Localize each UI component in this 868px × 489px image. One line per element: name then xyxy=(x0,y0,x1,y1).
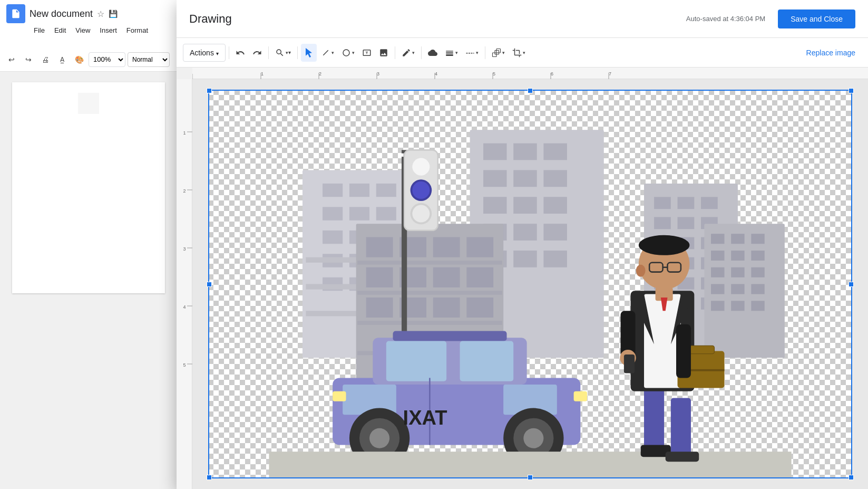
toolbar-separator-5 xyxy=(421,46,422,59)
svg-rect-107 xyxy=(433,267,460,287)
svg-rect-63 xyxy=(513,251,537,267)
svg-rect-143 xyxy=(269,452,791,478)
docs-toolbar: ↩ ↪ 🖨 A̲ 🎨 100% Normal xyxy=(0,47,177,72)
svg-rect-93 xyxy=(751,267,764,277)
drawing-canvas[interactable]: IXAT xyxy=(192,79,868,489)
line-tool-button[interactable]: ▾ xyxy=(318,44,337,62)
svg-rect-86 xyxy=(731,234,744,244)
svg-rect-112 xyxy=(466,298,493,318)
save-and-close-button[interactable]: Save and Close xyxy=(778,9,855,28)
shape-tool-button[interactable]: ▾ xyxy=(338,44,358,62)
svg-point-125 xyxy=(412,205,430,223)
border-dash-button[interactable]: ▾ xyxy=(462,44,482,62)
svg-rect-2 xyxy=(492,53,496,57)
svg-text:1: 1 xyxy=(183,130,186,136)
svg-rect-51 xyxy=(513,143,537,160)
svg-text:6: 6 xyxy=(551,71,553,76)
svg-rect-115 xyxy=(357,321,502,325)
save-to-drive-icon[interactable]: 💾 xyxy=(109,9,118,18)
svg-text:4: 4 xyxy=(183,304,186,310)
drawing-dialog: Drawing Auto-saved at 4:36:04 PM Save an… xyxy=(177,0,868,489)
svg-point-123 xyxy=(412,181,430,199)
svg-rect-61 xyxy=(543,224,567,241)
svg-rect-147 xyxy=(666,452,699,462)
toolbar-undo-btn[interactable]: ↩ xyxy=(4,52,19,67)
svg-rect-88 xyxy=(711,251,724,261)
svg-text:5: 5 xyxy=(183,362,186,368)
svg-rect-114 xyxy=(357,291,502,295)
zoom-chevron-icon: ▾ xyxy=(286,50,291,55)
docs-header: New document ☆ 💾 File Edit View Insert F… xyxy=(0,0,177,47)
svg-text:5: 5 xyxy=(493,71,495,76)
svg-rect-37 xyxy=(323,231,343,244)
svg-text:2: 2 xyxy=(183,188,186,194)
dialog-header: Drawing Auto-saved at 4:36:04 PM Save an… xyxy=(177,0,868,38)
line-chevron-icon: ▾ xyxy=(331,50,334,55)
svg-rect-50 xyxy=(483,143,506,160)
menu-format[interactable]: Format xyxy=(122,25,152,35)
crop-chevron-icon: ▾ xyxy=(523,50,525,55)
menu-file[interactable]: File xyxy=(30,25,49,35)
zoom-button[interactable]: ▾ xyxy=(272,44,294,62)
svg-rect-141 xyxy=(333,391,346,401)
svg-rect-97 xyxy=(711,301,724,311)
zoom-select[interactable]: 100% xyxy=(89,52,125,67)
svg-point-121 xyxy=(412,158,430,176)
dialog-title: Drawing xyxy=(189,12,686,26)
svg-rect-57 xyxy=(513,197,537,214)
svg-rect-129 xyxy=(386,341,446,381)
textbox-tool-button[interactable] xyxy=(359,44,375,62)
undo-button[interactable] xyxy=(232,44,248,62)
svg-rect-53 xyxy=(483,170,506,187)
image-tool-button[interactable] xyxy=(376,44,392,62)
crop-button[interactable]: ▾ xyxy=(509,44,529,62)
svg-rect-36 xyxy=(376,207,396,220)
menu-insert[interactable]: Insert xyxy=(95,25,121,35)
toolbar-redo-btn[interactable]: ↪ xyxy=(21,52,36,67)
svg-rect-144 xyxy=(644,385,664,452)
svg-rect-85 xyxy=(711,234,724,244)
toolbar-format-btn[interactable]: 🎨 xyxy=(72,52,86,67)
svg-rect-87 xyxy=(751,234,764,244)
arrange-chevron-icon: ▾ xyxy=(502,50,505,55)
svg-point-164 xyxy=(636,265,646,277)
toolbar-separator-1 xyxy=(229,46,229,59)
drawing-canvas-area: 1 2 3 4 5 6 7 1 2 xyxy=(177,68,868,489)
svg-rect-34 xyxy=(323,207,343,220)
redo-button[interactable] xyxy=(249,44,265,62)
style-select[interactable]: Normal xyxy=(128,52,170,67)
pencil-tool-button[interactable]: ▾ xyxy=(398,44,418,62)
docs-document-title[interactable]: New document xyxy=(30,8,93,20)
canvas-image-container[interactable]: IXAT xyxy=(208,90,852,478)
svg-rect-111 xyxy=(433,298,460,318)
toolbar-print-btn[interactable]: 🖨 xyxy=(38,52,53,67)
svg-rect-69 xyxy=(654,217,671,229)
svg-rect-4 xyxy=(496,49,501,53)
svg-text:3: 3 xyxy=(183,246,186,252)
svg-rect-145 xyxy=(671,398,691,458)
city-illustration: IXAT xyxy=(208,90,852,478)
svg-rect-108 xyxy=(466,267,493,287)
star-icon[interactable]: ☆ xyxy=(97,9,104,19)
border-color-button[interactable] xyxy=(425,44,441,62)
svg-rect-103 xyxy=(433,237,460,257)
svg-rect-35 xyxy=(349,207,369,220)
svg-text:7: 7 xyxy=(609,71,611,76)
svg-text:2: 2 xyxy=(319,71,321,76)
actions-button[interactable]: Actions xyxy=(183,44,226,62)
select-tool-button[interactable] xyxy=(301,44,317,62)
svg-rect-109 xyxy=(366,298,393,318)
svg-rect-60 xyxy=(513,224,537,241)
border-weight-button[interactable]: ▾ xyxy=(442,44,461,62)
toolbar-spellcheck-btn[interactable]: A̲ xyxy=(55,52,70,67)
replace-image-button[interactable]: Replace image xyxy=(800,44,862,62)
svg-rect-128 xyxy=(393,331,507,341)
svg-rect-94 xyxy=(711,284,724,294)
svg-text:1: 1 xyxy=(261,71,264,76)
svg-rect-153 xyxy=(688,346,715,353)
arrange-button[interactable]: ▾ xyxy=(489,44,508,62)
vertical-ruler: 1 2 3 4 5 xyxy=(177,79,192,489)
docs-title-row: New document ☆ 💾 xyxy=(6,4,170,23)
menu-edit[interactable]: Edit xyxy=(50,25,70,35)
menu-view[interactable]: View xyxy=(71,25,94,35)
